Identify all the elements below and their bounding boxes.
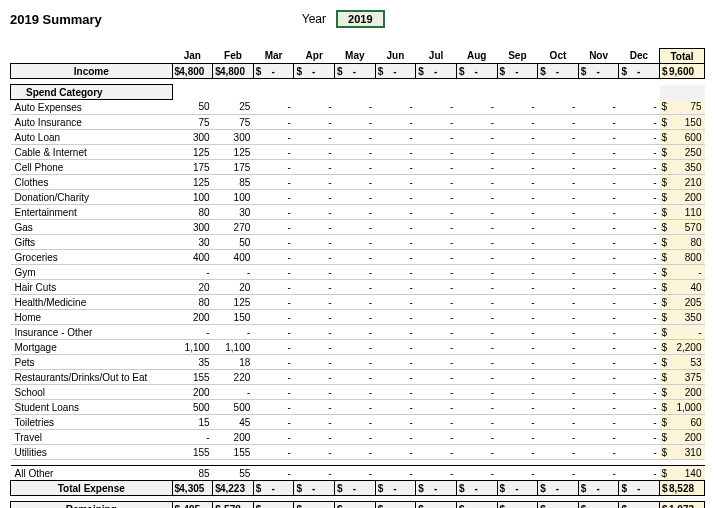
category-value: - bbox=[335, 355, 376, 370]
category-value: - bbox=[538, 235, 579, 250]
category-value: - bbox=[538, 370, 579, 385]
category-total: $800 bbox=[660, 250, 705, 265]
category-value: - bbox=[253, 145, 294, 160]
category-row: Insurance - Other------------$- bbox=[11, 325, 705, 340]
category-label: Pets bbox=[11, 355, 173, 370]
category-value: - bbox=[375, 250, 416, 265]
category-value: - bbox=[294, 325, 335, 340]
category-value: - bbox=[538, 310, 579, 325]
category-value: - bbox=[497, 235, 538, 250]
category-value: - bbox=[456, 415, 497, 430]
category-value: - bbox=[578, 115, 619, 130]
category-value: - bbox=[538, 250, 579, 265]
category-value: 300 bbox=[213, 130, 254, 145]
category-value: - bbox=[375, 265, 416, 280]
category-value: 150 bbox=[213, 310, 254, 325]
category-value: - bbox=[578, 145, 619, 160]
category-value: - bbox=[497, 220, 538, 235]
category-value: - bbox=[578, 370, 619, 385]
category-value: - bbox=[416, 190, 457, 205]
category-value: 1,100 bbox=[172, 340, 213, 355]
category-value: - bbox=[497, 445, 538, 460]
category-value: 30 bbox=[213, 205, 254, 220]
category-value: - bbox=[497, 145, 538, 160]
category-value: - bbox=[294, 415, 335, 430]
category-label: Insurance - Other bbox=[11, 325, 173, 340]
month-col: Jul bbox=[416, 49, 457, 64]
category-value: - bbox=[253, 385, 294, 400]
category-value: 100 bbox=[213, 190, 254, 205]
category-value: - bbox=[253, 115, 294, 130]
total-expense-row: Total Expense $4,305 $4,223 $- $- $- $- … bbox=[11, 481, 705, 496]
category-row: Auto Expenses5025----------$75 bbox=[11, 100, 705, 115]
category-value: 20 bbox=[172, 280, 213, 295]
category-value: - bbox=[578, 130, 619, 145]
category-value: - bbox=[335, 160, 376, 175]
category-label: Gas bbox=[11, 220, 173, 235]
category-row: Restaurants/Drinks/Out to Eat155220-----… bbox=[11, 370, 705, 385]
category-value: - bbox=[375, 235, 416, 250]
category-value: - bbox=[416, 160, 457, 175]
category-value: - bbox=[375, 175, 416, 190]
category-value: - bbox=[456, 115, 497, 130]
category-row: Gym------------$- bbox=[11, 265, 705, 280]
category-value: - bbox=[294, 280, 335, 295]
category-value: - bbox=[578, 385, 619, 400]
category-value: - bbox=[375, 145, 416, 160]
category-row: Home200150----------$350 bbox=[11, 310, 705, 325]
category-value: - bbox=[172, 265, 213, 280]
category-value: - bbox=[619, 130, 660, 145]
category-value: - bbox=[578, 250, 619, 265]
category-value: - bbox=[375, 445, 416, 460]
month-col: Aug bbox=[456, 49, 497, 64]
category-value: - bbox=[619, 205, 660, 220]
category-value: - bbox=[375, 295, 416, 310]
month-col: Apr bbox=[294, 49, 335, 64]
category-label: Restaurants/Drinks/Out to Eat bbox=[11, 370, 173, 385]
category-value: - bbox=[253, 400, 294, 415]
category-value: - bbox=[538, 400, 579, 415]
month-col: Mar bbox=[253, 49, 294, 64]
category-row: Cell Phone175175----------$350 bbox=[11, 160, 705, 175]
category-value: - bbox=[416, 205, 457, 220]
category-value: - bbox=[253, 220, 294, 235]
category-value: 100 bbox=[172, 190, 213, 205]
category-value: - bbox=[335, 100, 376, 115]
month-col: Jan bbox=[172, 49, 213, 64]
category-row: Utilities155155----------$310 bbox=[11, 445, 705, 460]
category-value: - bbox=[172, 430, 213, 445]
category-value: - bbox=[416, 430, 457, 445]
category-value: - bbox=[538, 295, 579, 310]
month-col: Feb bbox=[213, 49, 254, 64]
category-value: - bbox=[335, 130, 376, 145]
income-label: Income bbox=[11, 64, 173, 79]
category-value: - bbox=[578, 400, 619, 415]
month-col: Dec bbox=[619, 49, 660, 64]
category-value: - bbox=[375, 370, 416, 385]
category-value: - bbox=[416, 280, 457, 295]
category-value: - bbox=[578, 160, 619, 175]
year-input[interactable]: 2019 bbox=[336, 10, 384, 28]
category-value: - bbox=[619, 190, 660, 205]
category-value: - bbox=[456, 145, 497, 160]
category-value: - bbox=[538, 415, 579, 430]
category-value: - bbox=[538, 355, 579, 370]
category-label: Health/Medicine bbox=[11, 295, 173, 310]
month-col: Jun bbox=[375, 49, 416, 64]
category-value: - bbox=[538, 115, 579, 130]
month-col: Oct bbox=[538, 49, 579, 64]
category-value: - bbox=[294, 175, 335, 190]
category-value: - bbox=[416, 145, 457, 160]
category-value: - bbox=[497, 415, 538, 430]
category-total: $60 bbox=[660, 415, 705, 430]
category-value: - bbox=[578, 280, 619, 295]
category-value: 45 bbox=[213, 415, 254, 430]
category-label: Cable & Internet bbox=[11, 145, 173, 160]
category-value: 500 bbox=[172, 400, 213, 415]
category-value: - bbox=[294, 235, 335, 250]
category-value: - bbox=[538, 280, 579, 295]
category-value: - bbox=[497, 250, 538, 265]
category-label: Gifts bbox=[11, 235, 173, 250]
category-value: - bbox=[416, 250, 457, 265]
category-value: - bbox=[253, 445, 294, 460]
